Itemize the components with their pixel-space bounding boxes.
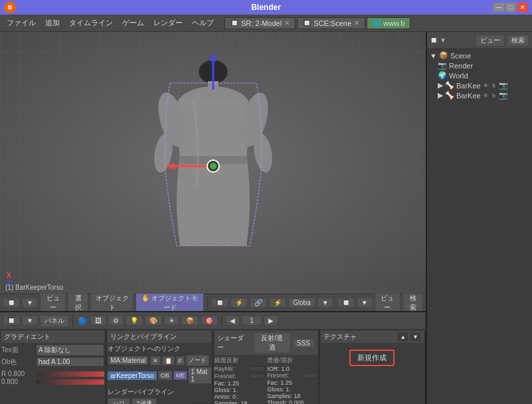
links-title: リンクとパイプライン bbox=[110, 332, 177, 342]
world-type-icon: 🌍 bbox=[438, 71, 447, 80]
3d-model bbox=[127, 53, 300, 252]
world-label: World bbox=[449, 72, 468, 80]
halo-btn[interactable]: ハロー bbox=[108, 398, 130, 404]
outliner-header: 🔲 ▼ ビュー 検索 bbox=[427, 32, 532, 49]
barkee2-type-icon: 🦴 bbox=[445, 91, 454, 100]
barkee2-cursor-icon[interactable]: 🖱 bbox=[491, 92, 497, 99]
props-panel-btn[interactable]: パネル bbox=[40, 315, 69, 327]
viewport-dropdown-btn[interactable]: ▼ bbox=[22, 298, 38, 308]
viewport-mesh-btn[interactable]: 🔲 bbox=[211, 298, 228, 308]
props-frame-input[interactable]: 1 bbox=[242, 316, 262, 326]
menu-help[interactable]: ヘルプ bbox=[188, 17, 218, 29]
viewport-object-btn[interactable]: オブジェクト bbox=[90, 292, 133, 314]
viewport-right-layout[interactable]: 🔲 bbox=[337, 298, 355, 308]
tab-model[interactable]: 🔲 SR: 2-Model ✕ bbox=[224, 17, 296, 29]
titlebar: B Blender — □ ✕ bbox=[0, 0, 532, 15]
viewport-snap-btn[interactable]: 🔗 bbox=[250, 298, 267, 308]
scene-label: Scene bbox=[450, 52, 471, 60]
tab-scene-close[interactable]: ✕ bbox=[354, 19, 359, 27]
viewport-origin-btn[interactable]: ⚡ bbox=[230, 298, 248, 308]
viewport-mode-btn[interactable]: ✋ オブジェクトモード bbox=[135, 292, 204, 314]
menu-add[interactable]: 追加 bbox=[41, 17, 64, 29]
samples2-label: Samples: 18 bbox=[267, 393, 317, 399]
outliner-search-btn[interactable]: 検索 bbox=[507, 35, 529, 47]
texture-title: テクスチャ bbox=[323, 332, 357, 342]
3d-viewport[interactable]: X Z (1) BarKeeperTorso bbox=[0, 32, 426, 294]
viewport-view-btn[interactable]: ビュー bbox=[40, 292, 66, 314]
barkee1-render-icon[interactable]: 📷 bbox=[499, 81, 508, 90]
viewport-right-view[interactable]: ビュー bbox=[375, 292, 400, 314]
barkee2-label: BarKee bbox=[456, 92, 481, 100]
outliner-render[interactable]: 📷 Render bbox=[436, 60, 531, 70]
new-texture-button[interactable]: 新規作成 bbox=[349, 350, 395, 366]
props-dd-btn[interactable]: ▼ bbox=[22, 316, 38, 326]
viewport-area: X Z (1) BarKeeperTorso 🔲 ▼ ビュー 選択 オブジェクト… bbox=[0, 32, 426, 404]
render-label: Render bbox=[449, 62, 473, 70]
props-btn-4[interactable]: 💡 bbox=[126, 316, 143, 326]
menu-timeline[interactable]: タイムライン bbox=[65, 17, 117, 29]
viewport-search-btn[interactable]: 検索 bbox=[402, 292, 423, 314]
props-next-btn[interactable]: ▶ bbox=[264, 316, 278, 326]
props-prev-btn[interactable]: ◀ bbox=[225, 316, 240, 326]
shader-tab2[interactable]: SSS bbox=[292, 338, 315, 348]
outliner-view-btn[interactable]: ビュー bbox=[476, 35, 505, 47]
barkee2-render-icon[interactable]: 📷 bbox=[499, 91, 508, 100]
viewport-status: (1) BarKeeperTorso bbox=[5, 284, 63, 291]
viewport-global-dd[interactable]: ▼ bbox=[317, 298, 333, 308]
barkee1-expand-icon: ▶ bbox=[438, 81, 443, 90]
ob-btn[interactable]: OB bbox=[158, 371, 172, 380]
tab-scene[interactable]: 🔲 SCE:Scene ✕ bbox=[297, 17, 365, 29]
main-area: X Z (1) BarKeeperTorso 🔲 ▼ ビュー 選択 オブジェクト… bbox=[0, 32, 532, 404]
refract-title: 透過/屈折 bbox=[267, 356, 317, 365]
viewport-select-btn[interactable]: 選択 bbox=[68, 292, 88, 314]
props-btn-1[interactable]: 🔵 bbox=[76, 315, 88, 327]
material-row: MA:Material ✕ 📋 F ノード bbox=[108, 355, 211, 366]
close-button[interactable]: ✕ bbox=[517, 3, 528, 12]
barkee1-cursor-icon[interactable]: 🖱 bbox=[491, 82, 497, 89]
props-btn-7[interactable]: 📦 bbox=[181, 316, 199, 326]
menu-render[interactable]: レンダー bbox=[149, 17, 187, 29]
links-column: リンクとパイプライン オブジェクトへのリンク MA:Material ✕ 📋 F… bbox=[106, 330, 213, 404]
outliner-barkee-2[interactable]: ▶ 🦴 BarKee 👁 🖱 📷 bbox=[436, 90, 531, 100]
object-row: arKeeperTorso OB ME 1 Mat 1 bbox=[108, 367, 211, 383]
outliner-scene[interactable]: ▼ 📦 Scene bbox=[428, 50, 531, 60]
props-layout-btn[interactable]: 🔲 bbox=[3, 316, 20, 326]
viewport-right-dd[interactable]: ▼ bbox=[357, 298, 373, 308]
shader-tab1[interactable]: 反射/透過 bbox=[254, 332, 291, 354]
tab-web[interactable]: 🌐 www.b bbox=[367, 17, 410, 29]
menu-game[interactable]: ゲーム bbox=[118, 17, 148, 29]
tab-model-close[interactable]: ✕ bbox=[284, 19, 290, 27]
ztest-btn[interactable]: Z値透過 bbox=[132, 398, 157, 404]
outliner-barkee-1[interactable]: ▶ 🦴 BarKee 👁 🖱 📷 bbox=[436, 80, 531, 90]
props-btn-6[interactable]: ☀ bbox=[164, 316, 179, 326]
maximize-button[interactable]: □ bbox=[505, 3, 516, 12]
minimize-button[interactable]: — bbox=[493, 3, 504, 12]
samples-label: Samples: 18 bbox=[215, 400, 265, 404]
viewport-transform-btn[interactable]: ⚡ bbox=[269, 298, 286, 308]
material-node-btn[interactable]: ノード bbox=[186, 355, 209, 366]
render-pipeline-label: レンダーパイプライン bbox=[108, 387, 211, 397]
props-btn-3[interactable]: ⚙ bbox=[108, 316, 124, 326]
barkee1-eye-icon[interactable]: 👁 bbox=[483, 82, 489, 89]
raymirror-label: RayMir: bbox=[215, 365, 248, 372]
me-btn[interactable]: ME bbox=[173, 371, 188, 380]
outliner-icon: 🔲 bbox=[430, 37, 438, 44]
ma-label: MA:Material bbox=[108, 355, 148, 365]
tex-down-btn[interactable]: ▼ bbox=[410, 332, 421, 342]
shader-title: シェーダー bbox=[217, 334, 250, 352]
props-btn-5[interactable]: 🎨 bbox=[145, 316, 162, 326]
tab-web-label: www.b bbox=[383, 19, 404, 27]
material-x-btn[interactable]: ✕ bbox=[150, 356, 161, 365]
barkee2-eye-icon[interactable]: 👁 bbox=[483, 92, 489, 99]
tex-up-btn[interactable]: ▲ bbox=[397, 332, 408, 342]
material-f-btn[interactable]: F bbox=[176, 356, 185, 365]
fac-label: Fac: 1.25 bbox=[215, 380, 265, 387]
props-btn-8[interactable]: 🎯 bbox=[201, 316, 218, 326]
menu-file[interactable]: ファイル bbox=[3, 17, 40, 29]
viewport-layout-btn[interactable]: 🔲 bbox=[3, 298, 20, 308]
gloss-label: Gloss: 1. bbox=[215, 387, 265, 393]
viewport-global-btn[interactable]: Globa bbox=[288, 298, 315, 308]
material-copy-btn[interactable]: 📋 bbox=[162, 356, 175, 365]
props-btn-2[interactable]: 🖼 bbox=[90, 316, 106, 326]
outliner-world[interactable]: 🌍 World bbox=[436, 70, 531, 80]
